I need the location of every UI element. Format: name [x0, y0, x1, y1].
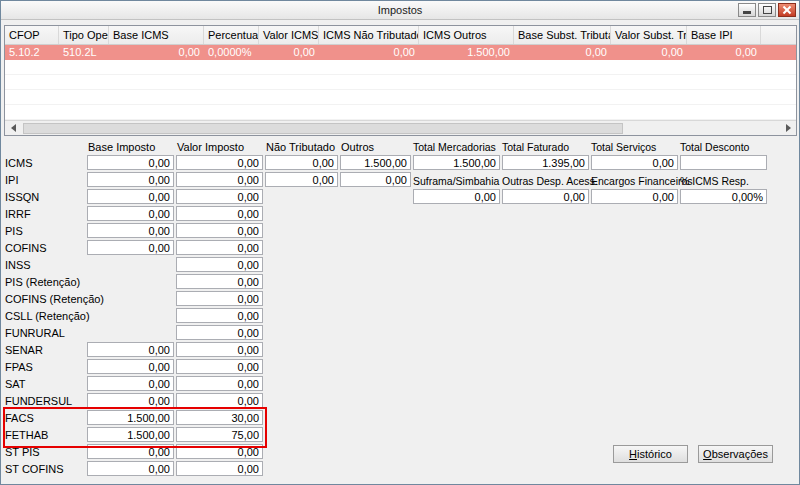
base-imposto-field-senar[interactable]: 0,00 [87, 342, 174, 357]
tax-label-funrural: FUNRURAL [5, 325, 87, 339]
tax-label-st-cofins: ST COFINS [5, 461, 87, 475]
grid-column-header[interactable]: ICMS Outros [419, 26, 514, 44]
grid-row-empty[interactable] [5, 75, 796, 90]
base-imposto-field-cofins[interactable]: 0,00 [87, 240, 174, 255]
valor-imposto-field-ipi[interactable]: 0,00 [176, 172, 263, 187]
grid-column-header[interactable]: Valor Subst. Trib. [611, 26, 687, 44]
nao-tributado-field-ipi[interactable]: 0,00 [265, 172, 338, 187]
observacoes-button[interactable]: Observações [698, 445, 773, 463]
base-imposto-field-icms[interactable]: 0,00 [87, 155, 174, 170]
total-mercadorias-header: Total Mercadorias [413, 141, 500, 155]
tax-label-fethab: FETHAB [5, 427, 87, 441]
total-desconto-field[interactable] [680, 155, 767, 170]
valor-imposto-field-cofins-reten-o[interactable]: 0,00 [176, 291, 263, 306]
grid-column-header[interactable]: Base IPI [687, 26, 761, 44]
total-faturado-header: Total Faturado [502, 141, 589, 155]
base-imposto-field-st-pis[interactable]: 0,00 [87, 444, 174, 459]
base-imposto-field-facs[interactable]: 1.500,00 [87, 410, 174, 425]
grid-cell: 0,00 [259, 45, 319, 59]
valor-imposto-field-inss[interactable]: 0,00 [176, 257, 263, 272]
impostos-grid: CFOPTipo Oper.Base ICMSPercentualValor I… [4, 25, 797, 136]
valor-imposto-field-issqn[interactable]: 0,00 [176, 189, 263, 204]
total-faturado-field[interactable]: 1.395,00 [502, 155, 589, 170]
close-button[interactable] [778, 3, 796, 17]
total-servicos-field[interactable]: 0,00 [591, 155, 678, 170]
tax-label-csll-reten-o: CSLL (Retenção) [5, 308, 87, 322]
icms-resp-header: % ICMS Resp. [680, 175, 767, 189]
scrollbar-thumb[interactable] [23, 123, 623, 134]
outras-desp-acess-header: Outras Desp. Acess. [502, 175, 589, 189]
valor-imposto-field-facs[interactable]: 30,00 [176, 410, 263, 425]
valor-imposto-field-fpas[interactable]: 0,00 [176, 359, 263, 374]
grid-row-empty[interactable] [5, 105, 796, 120]
grid-cell: 510.2L [59, 45, 109, 59]
form-row-fpas: FPAS0,000,00 [5, 359, 411, 376]
grid-column-header[interactable]: Valor ICMS [259, 26, 319, 44]
base-imposto-field-fethab[interactable]: 1.500,00 [87, 427, 174, 442]
scroll-left-button[interactable] [5, 121, 21, 135]
form-row-st-cofins: ST COFINS0,000,00 [5, 461, 411, 478]
form-column-headers: Base Imposto Valor Imposto Não Tributado… [5, 141, 411, 155]
horizontal-scrollbar[interactable] [5, 120, 796, 135]
base-imposto-field-st-cofins[interactable]: 0,00 [87, 461, 174, 476]
valor-imposto-field-st-pis[interactable]: 0,00 [176, 444, 263, 459]
valor-imposto-field-st-cofins[interactable]: 0,00 [176, 461, 263, 476]
icms-resp-field[interactable]: 0,00% [680, 189, 767, 204]
base-imposto-field-fpas[interactable]: 0,00 [87, 359, 174, 374]
grid-column-header[interactable]: Percentual [204, 26, 259, 44]
valor-imposto-field-irrf[interactable]: 0,00 [176, 206, 263, 221]
base-imposto-field-sat[interactable]: 0,00 [87, 376, 174, 391]
valor-imposto-field-cofins[interactable]: 0,00 [176, 240, 263, 255]
historico-button[interactable]: Histórico [613, 445, 688, 463]
outras-desp-acess-field[interactable]: 0,00 [502, 189, 589, 204]
grid-row-selected[interactable]: 5.10.2510.2L0,000,0000%0,000,001.500,000… [5, 45, 796, 60]
total-mercadorias-field[interactable]: 1.500,00 [413, 155, 500, 170]
suframa-simbahia-field[interactable]: 0,00 [413, 189, 500, 204]
titlebar[interactable]: Impostos [1, 1, 799, 20]
grid-column-header[interactable]: Base Subst. Tributária [514, 26, 611, 44]
valor-imposto-field-pis[interactable]: 0,00 [176, 223, 263, 238]
grid-rows: 5.10.2510.2L0,000,0000%0,000,001.500,000… [5, 45, 796, 120]
valor-imposto-field-fundersul[interactable]: 0,00 [176, 393, 263, 408]
suframa-simbahia-header: Suframa/Simbahia [413, 175, 500, 189]
form-row-fethab: FETHAB1.500,0075,00 [5, 427, 411, 444]
valor-imposto-field-sat[interactable]: 0,00 [176, 376, 263, 391]
base-imposto-field-issqn[interactable]: 0,00 [87, 189, 174, 204]
grid-column-header[interactable]: ICMS Não Tributado [319, 26, 419, 44]
tax-label-senar: SENAR [5, 342, 87, 356]
form-row-csll-reten-o: CSLL (Retenção)0,00 [5, 308, 411, 325]
nao-tributado-field-icms[interactable]: 0,00 [265, 155, 338, 170]
grid-column-header[interactable]: Base ICMS [109, 26, 204, 44]
minimize-button[interactable] [738, 3, 756, 17]
grid-column-header[interactable]: Tipo Oper. [59, 26, 109, 44]
base-imposto-field-ipi[interactable]: 0,00 [87, 172, 174, 187]
base-imposto-field-irrf[interactable]: 0,00 [87, 206, 174, 221]
observacoes-button-mnemonic: O [703, 448, 712, 460]
grid-cell: 0,0000% [204, 45, 259, 59]
valor-imposto-field-funrural[interactable]: 0,00 [176, 325, 263, 340]
maximize-button[interactable] [758, 3, 776, 17]
tax-label-sat: SAT [5, 376, 87, 390]
valor-imposto-field-senar[interactable]: 0,00 [176, 342, 263, 357]
valor-imposto-field-icms[interactable]: 0,00 [176, 155, 263, 170]
grid-column-header[interactable]: CFOP [5, 26, 59, 44]
valor-imposto-field-csll-reten-o[interactable]: 0,00 [176, 308, 263, 323]
grid-row-empty[interactable] [5, 60, 796, 75]
observacoes-button-label: bservações [712, 448, 768, 460]
grid-cell: 0,00 [687, 45, 761, 59]
scroll-right-button[interactable] [780, 121, 796, 135]
outros-field-icms[interactable]: 1.500,00 [340, 155, 411, 170]
valor-imposto-field-pis-reten-o[interactable]: 0,00 [176, 274, 263, 289]
outros-field-ipi[interactable]: 0,00 [340, 172, 411, 187]
impostos-window: Impostos CFOPTipo Oper.Base ICMSPercentu… [0, 0, 800, 485]
total-desconto-header: Total Desconto [680, 141, 767, 155]
grid-row-empty[interactable] [5, 90, 796, 105]
encargos-financeiros-field[interactable]: 0,00 [591, 189, 678, 204]
scroll-right-icon [786, 124, 791, 132]
window-controls [738, 3, 796, 17]
base-imposto-header: Base Imposto [87, 141, 176, 155]
base-imposto-field-fundersul[interactable]: 0,00 [87, 393, 174, 408]
tax-label-icms: ICMS [5, 155, 87, 169]
base-imposto-field-pis[interactable]: 0,00 [87, 223, 174, 238]
valor-imposto-field-fethab[interactable]: 75,00 [176, 427, 263, 442]
